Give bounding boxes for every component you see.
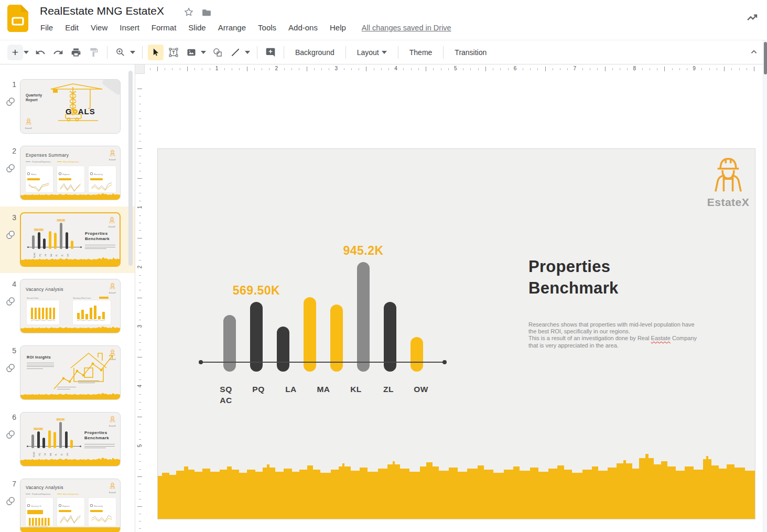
select-tool-button[interactable]	[148, 45, 164, 60]
text-box-button[interactable]	[166, 45, 181, 60]
zoom-dropdown[interactable]	[129, 45, 136, 60]
chart-bar-group[interactable]	[410, 337, 423, 372]
slide-thumbnail[interactable]: Quarterly Report GALS EstateX	[20, 79, 121, 134]
menu-format[interactable]: Format	[152, 23, 177, 32]
slide-thumbnail[interactable]: EstateX ROI Insights	[20, 345, 121, 400]
chart-bar-group[interactable]: 945.2K	[60, 223, 62, 249]
filmstrip-scrollbar[interactable]	[128, 71, 133, 266]
move-folder-icon[interactable]	[201, 7, 212, 18]
link-icon[interactable]	[5, 229, 16, 241]
filmstrip-slide-3-selected[interactable]: 3 EstateX 569.50K945.2K SQ ACPQLAMAKLZLO…	[0, 207, 135, 273]
chart-bar-group[interactable]	[71, 241, 73, 249]
chart-category-label[interactable]: KL	[340, 384, 372, 406]
chart-bar-group[interactable]: 569.50K	[38, 232, 40, 249]
document-title[interactable]: RealEstate MNG EstateX	[40, 5, 164, 17]
chart-bar-group[interactable]	[42, 438, 45, 449]
benchmark-bar-chart[interactable]: 569.50K945.2K	[223, 149, 423, 372]
filmstrip-slide-2[interactable]: 2 EstateX Expenses Summary Predicted Exp…	[0, 140, 135, 207]
insert-shape-button[interactable]	[210, 45, 225, 60]
filmstrip-slide-4[interactable]: 4 EstateX Vacancy Analysis Vacant Units …	[0, 273, 135, 340]
chart-bar-group[interactable]	[43, 238, 46, 249]
collapse-menus-button[interactable]	[748, 46, 760, 58]
chart-bar-group[interactable]	[48, 430, 51, 448]
chart-bar[interactable]	[304, 297, 316, 372]
chart-bar-group[interactable]	[49, 231, 51, 249]
chart-category-label[interactable]: PQ	[242, 384, 275, 406]
chart-axis[interactable]	[201, 362, 445, 363]
chart-bar-group[interactable]: 945.2K	[59, 422, 62, 448]
slide-thumbnail[interactable]: EstateX Expenses Summary Predicted Expen…	[20, 146, 121, 200]
chart-value-label[interactable]: 569.50K	[233, 284, 280, 298]
link-icon[interactable]	[5, 96, 16, 107]
chart-bar-group[interactable]	[32, 235, 35, 249]
slide-thumbnail[interactable]: EstateX Vacancy Analysis Predicted Expen…	[20, 479, 121, 532]
chart-bar-group[interactable]	[66, 232, 68, 249]
insert-line-dropdown[interactable]	[244, 45, 251, 60]
filmstrip-slide-7[interactable]: 7 EstateX Vacancy Analysis Predicted Exp…	[0, 473, 135, 532]
chart-bar-group[interactable]	[65, 431, 68, 448]
estatex-logo-label[interactable]: EstateX	[703, 196, 753, 209]
insert-image-dropdown[interactable]	[200, 45, 207, 60]
chart-category-label[interactable]: SQ AC	[210, 384, 242, 406]
current-slide[interactable]: EstateX 569.50K945.2K SQ ACPQLAMAKLZLOW …	[157, 148, 755, 519]
link-icon[interactable]	[5, 495, 16, 507]
chart-bar[interactable]	[357, 262, 370, 372]
menu-insert[interactable]: Insert	[120, 23, 139, 32]
chart-category-label[interactable]: LA	[275, 384, 307, 406]
chart-bar-group[interactable]: 569.50K	[37, 431, 40, 448]
slide-thumbnail[interactable]: EstateX 569.50K945.2K SQ ACPQLAMAKLZLOW …	[20, 412, 121, 466]
theme-button[interactable]: Theme	[403, 45, 439, 60]
slide-thumbnail[interactable]: EstateX 569.50K945.2K SQ ACPQLAMAKLZLOW …	[20, 212, 121, 267]
chart-bar[interactable]	[410, 337, 423, 372]
filmstrip-slide-6[interactable]: 6 EstateX 569.50K945.2K SQ ACPQLAMAKLZLO…	[0, 406, 135, 473]
filmstrip-slide-5[interactable]: 5 EstateX ROI Insights	[0, 340, 135, 406]
menu-help[interactable]: Help	[330, 23, 346, 32]
chart-bar-group[interactable]	[54, 233, 57, 249]
layout-button[interactable]: Layout	[350, 45, 394, 60]
city-skyline-graphic[interactable]	[158, 451, 755, 519]
insert-image-button[interactable]	[183, 45, 199, 60]
link-icon[interactable]	[5, 429, 16, 440]
chart-category-label[interactable]: ZL	[372, 384, 405, 406]
paint-format-button[interactable]	[86, 45, 102, 60]
menu-slide[interactable]: Slide	[188, 23, 206, 32]
menu-addons[interactable]: Add-ons	[288, 23, 318, 32]
star-icon[interactable]	[183, 7, 194, 17]
chart-bar-group[interactable]	[70, 440, 73, 448]
filmstrip-slide-1[interactable]: 1 Quarterly Repo	[0, 73, 135, 140]
slide-thumbnail[interactable]: EstateX Vacancy Analysis Vacant Units Va…	[20, 279, 121, 333]
redo-button[interactable]	[50, 45, 66, 60]
chart-bar-group[interactable]	[223, 315, 236, 372]
link-icon[interactable]	[5, 162, 16, 174]
link-icon[interactable]	[5, 296, 16, 307]
chart-value-label[interactable]: 945.2K	[343, 244, 383, 258]
slides-logo-icon[interactable]	[7, 5, 28, 33]
slide-body-text[interactable]: Researches shows that properties with mi…	[528, 321, 701, 349]
save-status[interactable]: All changes saved in Drive	[362, 24, 451, 32]
menu-file[interactable]: File	[40, 23, 53, 32]
insert-line-button[interactable]	[228, 45, 243, 60]
menu-view[interactable]: View	[91, 23, 107, 32]
undo-button[interactable]	[33, 45, 48, 60]
menu-tools[interactable]: Tools	[258, 23, 276, 32]
menu-arrange[interactable]: Arrange	[218, 23, 246, 32]
chart-bar-group[interactable]	[53, 432, 56, 448]
page-scrollbar-thumb[interactable]	[764, 42, 767, 74]
chart-bar[interactable]	[223, 315, 236, 372]
menu-edit[interactable]: Edit	[65, 23, 79, 32]
chart-category-label[interactable]: MA	[307, 384, 340, 406]
slide-title[interactable]: PropertiesBenchmark	[528, 256, 619, 299]
chart-category-label[interactable]: OW	[405, 384, 437, 406]
add-comment-button[interactable]	[263, 45, 278, 60]
chart-bar[interactable]	[277, 327, 289, 372]
page-scrollbar[interactable]	[763, 40, 767, 532]
new-slide-dropdown[interactable]	[23, 45, 29, 60]
transition-button[interactable]: Transition	[448, 45, 493, 60]
print-button[interactable]	[68, 45, 84, 60]
background-button[interactable]: Background	[288, 45, 341, 60]
chart-bar-group[interactable]	[277, 327, 289, 372]
trending-chart-icon[interactable]	[746, 10, 760, 25]
chart-bar-group[interactable]: 945.2K	[357, 262, 370, 372]
link-icon[interactable]	[5, 362, 16, 374]
chart-bar-group[interactable]	[31, 435, 34, 448]
